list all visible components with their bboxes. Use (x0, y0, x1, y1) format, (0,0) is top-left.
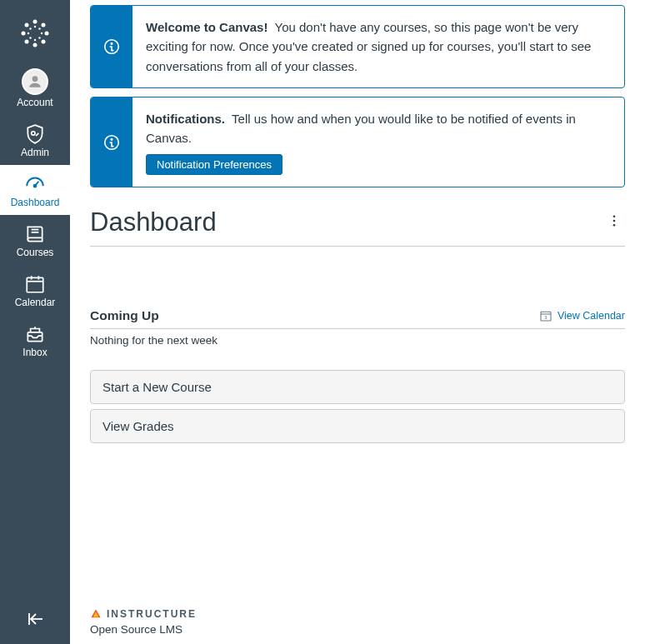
svg-point-9 (34, 39, 36, 41)
svg-point-35 (111, 42, 112, 43)
svg-point-40 (613, 224, 616, 227)
svg-point-3 (45, 32, 49, 36)
svg-point-4 (25, 23, 29, 27)
footer-tagline: Open Source LMS (90, 623, 645, 636)
svg-point-1 (33, 43, 38, 47)
inbox-icon (0, 323, 70, 345)
svg-rect-31 (28, 332, 42, 342)
shield-icon (0, 123, 70, 145)
calendar-icon (0, 273, 70, 295)
svg-text:3: 3 (544, 315, 548, 320)
nav-label: Courses (0, 247, 70, 258)
nav-account[interactable]: Account (0, 60, 70, 115)
nav-label: Admin (0, 147, 70, 158)
svg-point-13 (38, 27, 40, 29)
alert-title: Welcome to Canvas! (146, 20, 268, 34)
svg-point-39 (613, 220, 616, 222)
svg-rect-21 (27, 277, 43, 292)
user-avatar-icon (0, 68, 70, 95)
view-grades-button[interactable]: View Grades (90, 409, 625, 443)
info-icon (91, 6, 132, 87)
canvas-logo-icon[interactable] (18, 17, 52, 53)
nav-inbox[interactable]: Inbox (0, 315, 70, 365)
instructure-brand: INSTRUCTURE (107, 608, 197, 620)
svg-point-37 (111, 138, 112, 139)
nav-dashboard[interactable]: Dashboard (0, 165, 70, 215)
book-icon (0, 223, 70, 245)
nav-label: Dashboard (0, 197, 70, 208)
nav-calendar[interactable]: Calendar (0, 265, 70, 315)
svg-point-5 (42, 23, 46, 27)
view-calendar-link[interactable]: 3 View Calendar (539, 309, 625, 322)
nothing-text: Nothing for the next week (90, 334, 625, 347)
svg-point-17 (32, 132, 35, 135)
svg-point-38 (613, 216, 616, 218)
main-content: Welcome to Canvas! You don't have any co… (70, 0, 645, 644)
nav-label: Inbox (0, 347, 70, 358)
notifications-alert: Notifications. Tell us how and when you … (90, 97, 625, 188)
nav-courses[interactable]: Courses (0, 215, 70, 265)
svg-point-8 (34, 26, 36, 27)
nav-label: Calendar (0, 297, 70, 308)
svg-point-6 (25, 40, 29, 44)
dashboard-options-button[interactable] (603, 210, 625, 235)
nav-label: Account (0, 97, 70, 108)
view-calendar-label: View Calendar (558, 310, 625, 322)
svg-point-14 (29, 37, 31, 38)
svg-point-7 (42, 40, 46, 44)
global-nav: Account Admin Dashboard Courses Calendar… (0, 0, 70, 644)
info-icon (91, 97, 132, 187)
page-title: Dashboard (90, 207, 217, 237)
instructure-icon (90, 608, 102, 620)
svg-point-2 (22, 32, 26, 36)
notification-preferences-button[interactable]: Notification Preferences (146, 154, 282, 175)
svg-point-11 (41, 32, 42, 34)
coming-up-title: Coming Up (90, 308, 159, 323)
speedometer-icon (0, 173, 70, 195)
svg-point-18 (34, 185, 37, 187)
svg-point-12 (29, 27, 31, 29)
alert-title: Notifications. (146, 112, 225, 126)
collapse-icon (25, 609, 45, 629)
calendar-small-icon: 3 (539, 309, 552, 322)
svg-point-10 (28, 32, 29, 34)
nav-admin[interactable]: Admin (0, 115, 70, 165)
svg-point-16 (32, 76, 38, 82)
instructure-logo[interactable]: INSTRUCTURE (90, 608, 645, 620)
welcome-alert: Welcome to Canvas! You don't have any co… (90, 5, 625, 88)
collapse-nav-button[interactable] (0, 609, 70, 629)
more-vertical-icon (607, 213, 622, 228)
svg-point-0 (33, 20, 38, 24)
svg-point-15 (38, 37, 40, 38)
start-new-course-button[interactable]: Start a New Course (90, 370, 625, 404)
